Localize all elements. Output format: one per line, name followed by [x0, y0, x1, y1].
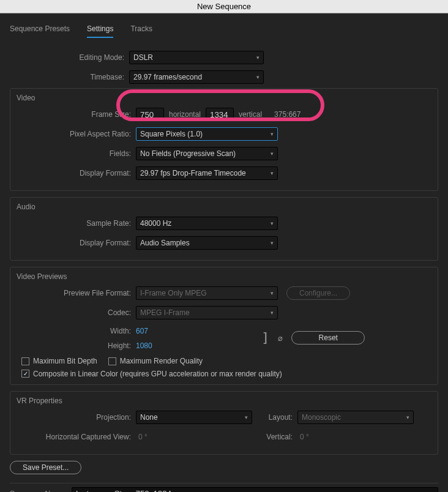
codec-label: Codec: [17, 308, 136, 317]
horizontal-label: horizontal [164, 110, 206, 119]
chevron-down-icon: ▾ [245, 414, 248, 420]
bracket-icon: ] [261, 332, 269, 343]
vr-vertical-value: 0 ° [297, 433, 309, 441]
hcv-value: 0 ° [136, 433, 252, 441]
reset-button[interactable]: Reset [291, 331, 365, 345]
video-display-format-label: Display Format: [17, 169, 136, 177]
video-heading: Video [17, 94, 431, 102]
new-sequence-dialog: Sequence Presets Settings Tracks Editing… [0, 13, 448, 492]
video-previews-panel: Video Previews Preview File Format: I-Fr… [10, 267, 438, 385]
codec-dropdown: MPEG I-Frame ▾ [136, 306, 278, 319]
pixel-aspect-label: Pixel Aspect Ratio: [17, 130, 136, 138]
window-titlebar: New Sequence [0, 0, 448, 13]
tab-settings[interactable]: Settings [87, 24, 113, 38]
sequence-name-label: Sequence Name: [10, 490, 67, 493]
preview-height-label: Height: [17, 341, 136, 350]
frame-width-input[interactable] [136, 108, 164, 121]
preview-file-format-value: I-Frame Only MPEG [140, 289, 207, 297]
audio-heading: Audio [17, 203, 431, 211]
timebase-dropdown[interactable]: 29.97 frames/second ▾ [129, 70, 264, 84]
chevron-down-icon: ▾ [271, 151, 274, 157]
sample-rate-value: 48000 Hz [140, 219, 171, 228]
video-previews-heading: Video Previews [17, 272, 431, 281]
pixel-aspect-value: Square Pixels (1.0) [140, 130, 203, 138]
video-panel: Video Frame Size: horizontal vertical 37… [10, 88, 438, 191]
tab-sequence-presets[interactable]: Sequence Presets [10, 24, 70, 38]
link-icon[interactable]: ⌀ [278, 334, 283, 343]
max-bit-depth-checkbox[interactable]: Maximum Bit Depth [21, 357, 97, 365]
editing-mode-label: Editing Mode: [10, 53, 129, 62]
editing-mode-value: DSLR [133, 53, 153, 62]
checkbox-checked-icon: ✓ [21, 370, 29, 378]
projection-label: Projection: [17, 413, 136, 422]
chevron-down-icon: ▾ [256, 74, 259, 80]
chevron-down-icon: ▾ [271, 290, 274, 296]
composite-linear-checkbox[interactable]: ✓ Composite in Linear Color (requires GP… [21, 370, 282, 378]
chevron-down-icon: ▾ [271, 170, 274, 176]
save-preset-button[interactable]: Save Preset... [10, 461, 81, 474]
tab-bar: Sequence Presets Settings Tracks [10, 24, 438, 38]
fields-label: Fields: [17, 149, 136, 158]
vr-vertical-label: Vertical: [261, 433, 297, 441]
preview-height-value[interactable]: 1080 [136, 341, 173, 350]
checkbox-icon [21, 357, 29, 365]
max-render-quality-checkbox[interactable]: Maximum Render Quality [108, 357, 203, 365]
projection-value: None [140, 413, 158, 422]
sample-rate-dropdown[interactable]: 48000 Hz ▾ [136, 217, 278, 230]
pixel-aspect-dropdown[interactable]: Square Pixels (1.0) ▾ [136, 127, 278, 141]
checkbox-icon [108, 357, 116, 365]
chevron-down-icon: ▾ [271, 310, 274, 316]
fields-dropdown[interactable]: No Fields (Progressive Scan) ▾ [136, 147, 278, 160]
frame-height-input[interactable] [206, 108, 234, 121]
aspect-ratio-label: 375:667 [269, 110, 305, 119]
tab-tracks[interactable]: Tracks [130, 24, 152, 38]
chevron-down-icon: ▾ [271, 131, 274, 137]
preview-file-format-label: Preview File Format: [17, 289, 136, 297]
editing-mode-dropdown[interactable]: DSLR ▾ [129, 51, 264, 64]
preview-width-label: Width: [17, 327, 136, 335]
layout-value: Monoscopic [302, 413, 341, 422]
vertical-label: vertical [234, 110, 267, 119]
audio-display-format-value: Audio Samples [140, 239, 190, 247]
fields-value: No Fields (Progressive Scan) [140, 149, 236, 158]
chevron-down-icon: ▾ [271, 240, 274, 246]
frame-size-label: Frame Size: [17, 110, 136, 119]
hcv-label: Horizontal Captured View: [17, 433, 136, 441]
vr-heading: VR Properties [17, 397, 431, 405]
max-bit-depth-label: Maximum Bit Depth [33, 357, 97, 365]
timebase-label: Timebase: [10, 73, 129, 81]
audio-panel: Audio Sample Rate: 48000 Hz ▾ Display Fo… [10, 197, 438, 261]
composite-linear-label: Composite in Linear Color (requires GPU … [33, 370, 282, 378]
video-display-format-value: 29.97 fps Drop-Frame Timecode [140, 169, 246, 177]
chevron-down-icon: ▾ [406, 414, 409, 420]
preview-file-format-dropdown: I-Frame Only MPEG ▾ [136, 286, 278, 300]
layout-label: Layout: [261, 413, 297, 422]
preview-width-value[interactable]: 607 [136, 327, 173, 335]
sequence-name-input[interactable] [72, 487, 438, 493]
projection-dropdown[interactable]: None ▾ [136, 411, 252, 424]
audio-display-format-dropdown[interactable]: Audio Samples ▾ [136, 236, 278, 250]
vr-properties-panel: VR Properties Projection: None ▾ Layout:… [10, 391, 438, 455]
sample-rate-label: Sample Rate: [17, 219, 136, 228]
timebase-value: 29.97 frames/second [133, 73, 202, 81]
chevron-down-icon: ▾ [256, 54, 259, 61]
chevron-down-icon: ▾ [271, 220, 274, 226]
max-render-quality-label: Maximum Render Quality [120, 357, 203, 365]
codec-value: MPEG I-Frame [140, 308, 190, 317]
audio-display-format-label: Display Format: [17, 239, 136, 247]
configure-button: Configure... [286, 286, 350, 300]
layout-dropdown: Monoscopic ▾ [297, 411, 414, 424]
video-display-format-dropdown[interactable]: 29.97 fps Drop-Frame Timecode ▾ [136, 166, 278, 180]
